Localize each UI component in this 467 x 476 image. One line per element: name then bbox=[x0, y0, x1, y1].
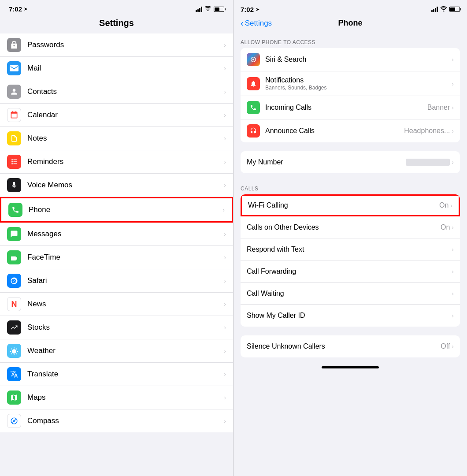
passwords-chevron: › bbox=[224, 41, 226, 48]
settings-item-weather[interactable]: Weather › bbox=[0, 339, 233, 363]
settings-item-mail[interactable]: Mail › bbox=[0, 57, 233, 80]
phone-label: Phone bbox=[29, 205, 220, 214]
announce-calls-chevron: › bbox=[452, 127, 454, 134]
settings-item-voicememos[interactable]: Voice Memos › bbox=[0, 174, 233, 197]
svg-point-7 bbox=[252, 59, 254, 60]
silence-label: Silence Unknown Callers bbox=[247, 342, 441, 350]
svg-rect-5 bbox=[14, 164, 17, 164]
settings-item-stocks[interactable]: Stocks › bbox=[0, 316, 233, 339]
settings-item-news[interactable]: N News › bbox=[0, 293, 233, 316]
svg-rect-4 bbox=[14, 161, 17, 162]
back-chevron-icon: ‹ bbox=[241, 18, 244, 28]
settings-item-reminders[interactable]: Reminders › bbox=[0, 150, 233, 174]
maps-icon bbox=[7, 390, 21, 405]
phone-icon bbox=[8, 203, 22, 217]
safari-icon bbox=[7, 274, 21, 288]
wifi-calling-label: Wi-Fi Calling bbox=[248, 201, 439, 209]
settings-item-messages[interactable]: Messages › bbox=[0, 223, 233, 246]
respond-text-chevron: › bbox=[452, 246, 454, 253]
back-button[interactable]: ‹ Settings bbox=[241, 18, 272, 28]
siri-label: Siri & Search bbox=[265, 56, 452, 63]
right-header: 7:02 ➤ ‹ Settings bbox=[234, 0, 467, 32]
svg-point-0 bbox=[11, 159, 13, 160]
right-item-call-waiting[interactable]: Call Waiting › bbox=[241, 283, 460, 305]
news-label: News bbox=[27, 300, 221, 309]
incoming-calls-content: Incoming Calls bbox=[265, 104, 427, 112]
calendar-label: Calendar bbox=[27, 111, 221, 119]
right-item-show-caller-id[interactable]: Show My Caller ID › bbox=[241, 305, 460, 327]
voicememos-icon bbox=[7, 178, 21, 192]
voicememos-chevron: › bbox=[224, 182, 226, 189]
status-icons-left bbox=[196, 6, 224, 12]
location-icon-right: ➤ bbox=[256, 7, 259, 12]
right-item-notifications[interactable]: Notifications Banners, Sounds, Badges › bbox=[241, 71, 460, 96]
time-left: 7:02 bbox=[9, 5, 22, 13]
show-caller-id-chevron: › bbox=[452, 312, 454, 319]
settings-item-maps[interactable]: Maps › bbox=[0, 386, 233, 409]
incoming-calls-label: Incoming Calls bbox=[265, 104, 427, 112]
facetime-chevron: › bbox=[224, 254, 226, 261]
settings-item-compass[interactable]: Compass › bbox=[0, 409, 233, 432]
battery-icon-right bbox=[449, 7, 460, 12]
passwords-icon bbox=[7, 38, 21, 52]
settings-item-contacts[interactable]: Contacts › bbox=[0, 80, 233, 104]
messages-icon bbox=[7, 227, 21, 241]
nav-bar: ‹ Settings Phone bbox=[241, 17, 460, 32]
weather-label: Weather bbox=[27, 346, 221, 355]
respond-text-label: Respond with Text bbox=[247, 245, 452, 253]
settings-item-facetime[interactable]: FaceTime › bbox=[0, 246, 233, 269]
reminders-chevron: › bbox=[224, 158, 226, 165]
notifications-label: Notifications bbox=[265, 76, 452, 84]
signal-bar-1 bbox=[196, 10, 197, 12]
wifi-icon-right bbox=[440, 5, 447, 13]
stocks-label: Stocks bbox=[27, 323, 221, 332]
right-item-announce-calls[interactable]: Announce Calls Headphones... › bbox=[241, 119, 460, 142]
siri-chevron: › bbox=[452, 56, 454, 63]
notes-chevron: › bbox=[224, 135, 226, 142]
wifi-icon-left bbox=[204, 6, 211, 12]
compass-label: Compass bbox=[27, 416, 221, 425]
settings-item-passwords[interactable]: Passwords › bbox=[0, 33, 233, 57]
right-item-silence-unknown[interactable]: Silence Unknown Callers Off › bbox=[241, 335, 460, 357]
mail-chevron: › bbox=[224, 65, 226, 72]
right-item-respond-text[interactable]: Respond with Text › bbox=[241, 238, 460, 260]
settings-item-translate[interactable]: Translate › bbox=[0, 363, 233, 386]
notifications-content: Notifications Banners, Sounds, Badges bbox=[265, 76, 452, 91]
right-item-incoming-calls[interactable]: Incoming Calls Banner › bbox=[241, 96, 460, 119]
right-item-call-forwarding[interactable]: Call Forwarding › bbox=[241, 260, 460, 283]
right-item-my-number[interactable]: My Number › bbox=[241, 151, 460, 173]
calendar-icon bbox=[7, 108, 21, 122]
announce-calls-content: Announce Calls bbox=[265, 127, 404, 135]
settings-item-safari[interactable]: Safari › bbox=[0, 269, 233, 293]
settings-item-calendar[interactable]: Calendar › bbox=[0, 104, 233, 127]
calls-section: Wi-Fi Calling On › Calls on Other Device… bbox=[241, 194, 460, 327]
compass-icon bbox=[7, 414, 21, 428]
battery-fill-left bbox=[215, 7, 219, 11]
wifi-calling-chevron: › bbox=[450, 202, 452, 209]
messages-chevron: › bbox=[224, 231, 226, 238]
news-chevron: › bbox=[224, 301, 226, 308]
calendar-chevron: › bbox=[224, 112, 226, 119]
settings-item-phone[interactable]: Phone › bbox=[0, 197, 233, 223]
svg-point-2 bbox=[11, 163, 13, 164]
siri-content: Siri & Search bbox=[265, 56, 452, 63]
right-item-calls-other-devices[interactable]: Calls on Other Devices On › bbox=[241, 216, 460, 238]
battery-icon-left bbox=[214, 7, 224, 12]
safari-chevron: › bbox=[224, 277, 226, 284]
section-allow-header: ALLOW PHONE TO ACCESS bbox=[234, 36, 467, 48]
right-item-wifi-calling[interactable]: Wi-Fi Calling On › bbox=[241, 194, 460, 216]
notifications-chevron: › bbox=[452, 80, 454, 87]
announce-calls-label: Announce Calls bbox=[265, 127, 404, 135]
safari-label: Safari bbox=[27, 276, 221, 285]
contacts-label: Contacts bbox=[27, 87, 221, 96]
right-item-siri[interactable]: Siri & Search › bbox=[241, 48, 460, 71]
status-icons-right bbox=[431, 5, 460, 13]
compass-chevron: › bbox=[224, 417, 226, 424]
calls-other-devices-value: On bbox=[441, 223, 450, 231]
calls-other-devices-label: Calls on Other Devices bbox=[247, 223, 441, 231]
show-caller-id-label: Show My Caller ID bbox=[247, 312, 452, 320]
signal-bar-4 bbox=[201, 7, 202, 12]
my-number-section: My Number › bbox=[241, 151, 460, 173]
settings-item-notes[interactable]: Notes › bbox=[0, 127, 233, 150]
call-forwarding-label: Call Forwarding bbox=[247, 268, 452, 275]
